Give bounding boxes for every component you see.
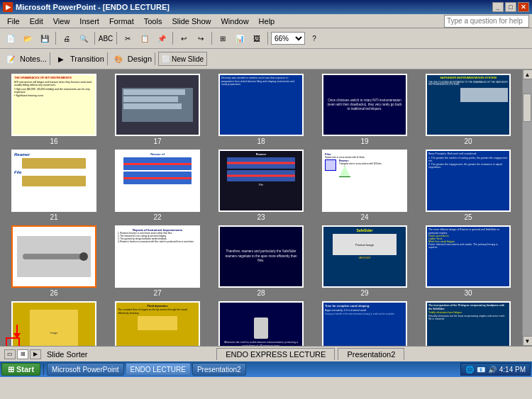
design-icon[interactable]: 🎨 (111, 52, 126, 66)
slide-thumb-20[interactable]: SAFESIDER INSTRUMENTATION SYSTEM THE ONL… (426, 74, 511, 136)
window-controls[interactable]: _ □ ✕ (492, 2, 529, 12)
slide-item-28[interactable]: Therefore, reamers and particularly the … (211, 225, 311, 297)
sep4 (172, 32, 173, 45)
paste-button[interactable]: 📌 (154, 31, 170, 45)
insert-chart-btn[interactable]: 📊 (232, 31, 248, 45)
slide-thumb-18[interactable]: Dentistry was wedded to tradition and it… (218, 74, 304, 136)
maximize-button[interactable]: □ (505, 2, 516, 12)
slide-item-20[interactable]: SAFESIDER INSTRUMENTATION SYSTEM THE ONL… (419, 74, 518, 145)
sep2 (94, 32, 95, 45)
zoom-help-btn[interactable]: ? (306, 31, 322, 45)
toolbar-row2: 📝 Notes... ▶ Transition 🎨 Design ⬜ New S… (3, 50, 529, 67)
insert-table-btn[interactable]: ⊞ (215, 31, 231, 45)
slide-item-21[interactable]: Reamer File 21 (4, 150, 104, 221)
slide-item-19[interactable]: Once clinicians switch to rotary NITI in… (315, 74, 414, 145)
slide-thumb-28[interactable]: Therefore, reamers and particularly the … (218, 225, 304, 288)
transition-icon[interactable]: ▶ (53, 52, 69, 66)
tab-endo-express[interactable]: ENDO EXPRESS LECTURE (216, 348, 335, 360)
redo-button[interactable]: ↪ (193, 31, 209, 45)
slide-item-22[interactable]: Reamer of 22 (108, 150, 207, 221)
slide-thumb-32[interactable]: Fluid dynamics The constant flow of irri… (115, 301, 200, 346)
slide-item-24[interactable]: Filer Square wire in cross-section with … (315, 150, 414, 221)
slide-thumb-33[interactable]: Minimizes the need for nickel-titanium i… (218, 301, 304, 346)
menu-format[interactable]: Format (105, 16, 138, 26)
slide-item-34[interactable]: Time for complete canal shaping: Approxi… (315, 301, 414, 346)
help-search[interactable] (444, 15, 529, 28)
view-icons[interactable]: ▭ ⊞ ▶ (4, 349, 41, 359)
slide-thumb-34[interactable]: Time for complete canal shaping: Approxi… (322, 301, 407, 346)
slide-thumb-25[interactable]: Basic Principles: Both work well conside… (426, 150, 511, 212)
slide-thumb-31[interactable]: Image (11, 301, 96, 346)
slide-sorter-view-icon[interactable]: ⊞ (17, 349, 28, 359)
menu-file[interactable]: File (3, 16, 24, 26)
slide-thumb-35[interactable]: The incorporation of the 70 degree recip… (426, 301, 511, 346)
menu-help[interactable]: Help (255, 16, 279, 26)
slide-item-23[interactable]: Reamer File 23 (211, 150, 311, 221)
slide-item-30[interactable]: The more efficient design of Reamer in g… (419, 225, 518, 297)
menu-insert[interactable]: Insert (75, 16, 104, 26)
cut-button[interactable]: ✂ (120, 31, 135, 45)
slide-item-31[interactable]: Image 31 (4, 301, 104, 346)
scroll-up-arrow[interactable]: ▲ (523, 69, 533, 79)
scrollbar-track[interactable] (523, 79, 533, 336)
slide-thumb-30[interactable]: The more efficient design of Reamer in g… (426, 225, 511, 288)
slide-item-32[interactable]: Fluid dynamics The constant flow of irri… (108, 301, 207, 346)
spell-button[interactable]: ABC (98, 31, 113, 45)
minimize-button[interactable]: _ (492, 2, 504, 12)
open-button[interactable]: 📂 (20, 31, 35, 45)
normal-view-icon[interactable]: ▭ (4, 349, 16, 359)
print-button[interactable]: 🖨 (59, 31, 74, 45)
toolbar1: 📄 📂 💾 🖨 🔍 ABC ✂ 📋 📌 ↩ ↪ ⊞ 📊 🖼 66% 50% 75… (0, 28, 532, 49)
slide-thumb-21[interactable]: Reamer File (11, 150, 96, 212)
transition-label[interactable]: Transition (70, 55, 104, 63)
menu-edit[interactable]: Edit (26, 16, 48, 26)
zoom-control[interactable]: 66% 50% 75% 100% (271, 32, 305, 45)
taskbar-btn-presentation[interactable]: Presentation2 (192, 363, 246, 376)
slide-item-29[interactable]: SafeSider Product Image SAFESIDER 29 (315, 225, 414, 297)
slide-tabs[interactable]: ENDO EXPRESS LECTURE Presentation2 (93, 348, 528, 360)
slide-item-27[interactable]: Reports of Instrument Improvements 1. Re… (108, 225, 207, 297)
slide-item-26[interactable]: 26 (4, 225, 104, 297)
slide-thumb-16[interactable]: THE DRAWBACKS OF NITI INSTRUMENTS NiTi i… (11, 74, 96, 136)
menu-window[interactable]: Window (216, 16, 253, 26)
new-button[interactable]: 📄 (3, 31, 18, 45)
menu-view[interactable]: View (49, 16, 74, 26)
notes-icon[interactable]: 📝 (3, 52, 18, 66)
zoom-select[interactable]: 66% 50% 75% 100% (271, 32, 305, 45)
menu-slideshow[interactable]: Slide Show (167, 16, 215, 26)
new-slide-button[interactable]: ⬜ New Slide (158, 52, 207, 66)
help-search-input[interactable] (444, 15, 529, 28)
tab-presentation2[interactable]: Presentation2 (338, 348, 404, 360)
save-button[interactable]: 💾 (37, 31, 52, 45)
slide-item-33[interactable]: Minimizes the need for nickel-titanium i… (211, 301, 311, 346)
slide-thumb-19[interactable]: Once clinicians switch to rotary NITI in… (322, 74, 407, 136)
slide-thumb-22[interactable]: Reamer of (115, 150, 200, 212)
slide-thumb-27[interactable]: Reports of Instrument Improvements 1. Re… (115, 225, 200, 288)
taskbar-btn-powerpoint[interactable]: Microsoft PowerPoint (47, 363, 123, 376)
slide-thumb-26[interactable] (11, 225, 96, 288)
undo-button[interactable]: ↩ (176, 31, 192, 45)
close-button[interactable]: ✕ (518, 2, 529, 12)
taskbar-btn-endo[interactable]: ENDO LECTURE (126, 363, 191, 376)
slide-thumb-29[interactable]: SafeSider Product Image SAFESIDER (322, 225, 407, 288)
copy-button[interactable]: 📋 (137, 31, 153, 45)
scrollbar-thumb[interactable] (523, 94, 531, 122)
slide-item-25[interactable]: Basic Principles: Both work well conside… (419, 150, 518, 221)
notes-label[interactable]: Notes... (20, 55, 47, 63)
slide-item-35[interactable]: The incorporation of the 70 degree recip… (419, 301, 518, 346)
insert-picture-btn[interactable]: 🖼 (249, 31, 265, 45)
preview-button[interactable]: 🔍 (76, 31, 92, 45)
design-label[interactable]: Design (128, 55, 152, 63)
vertical-scrollbar[interactable]: ▲ ▼ (522, 69, 532, 346)
slide-item-16[interactable]: THE DRAWBACKS OF NITI INSTRUMENTS NiTi i… (4, 74, 104, 145)
slide-item-17[interactable]: 17 (108, 74, 207, 145)
slide-thumb-17[interactable] (115, 74, 200, 136)
slide-item-18[interactable]: Dentistry was wedded to tradition and it… (211, 74, 311, 145)
start-button[interactable]: ⊞ Start (1, 363, 40, 376)
slideshow-view-icon[interactable]: ▶ (30, 349, 41, 359)
slide-thumb-23[interactable]: Reamer File (218, 150, 304, 212)
slide-sorter-area[interactable]: THE DRAWBACKS OF NITI INSTRUMENTS NiTi i… (0, 69, 522, 346)
scroll-down-arrow[interactable]: ▼ (523, 336, 533, 346)
menu-tools[interactable]: Tools (140, 16, 167, 26)
slide-thumb-24[interactable]: Filer Square wire in cross-section with … (322, 150, 407, 212)
